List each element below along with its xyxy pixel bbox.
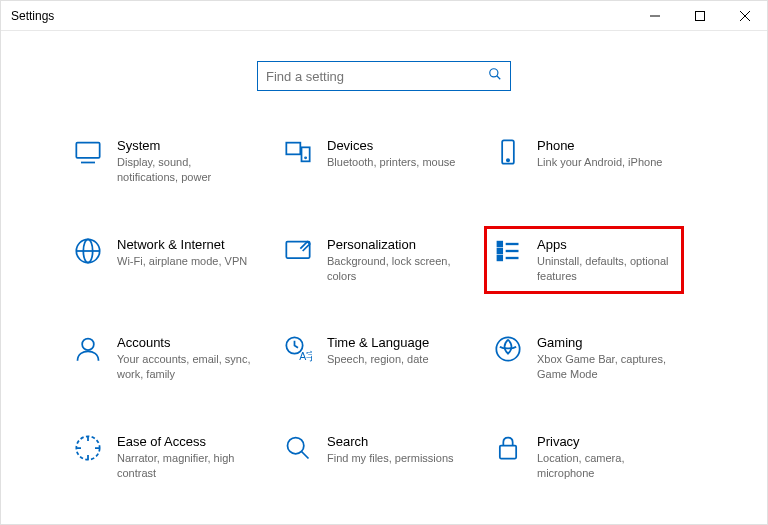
tile-title: Gaming <box>537 335 675 350</box>
window-title: Settings <box>11 9 54 23</box>
titlebar: Settings <box>1 1 767 31</box>
tile-title: Phone <box>537 138 662 153</box>
svg-rect-19 <box>498 248 503 253</box>
svg-rect-6 <box>76 143 99 158</box>
tile-desc: Wi-Fi, airplane mode, VPN <box>117 254 247 269</box>
svg-point-12 <box>507 159 509 161</box>
tile-title: Accounts <box>117 335 255 350</box>
gaming-icon <box>493 335 523 365</box>
settings-grid: SystemDisplay, sound, notifications, pow… <box>64 127 704 525</box>
system-icon <box>73 138 103 168</box>
search-icon <box>488 67 502 85</box>
svg-rect-30 <box>500 446 516 459</box>
tile-title: Privacy <box>537 434 675 449</box>
close-button[interactable] <box>722 1 767 31</box>
tile-desc: Speech, region, date <box>327 352 429 367</box>
tile-ease-of-access[interactable]: Ease of AccessNarrator, magnifier, high … <box>64 423 264 492</box>
paint-icon <box>283 237 313 267</box>
apps-icon <box>493 237 523 267</box>
tile-privacy[interactable]: PrivacyLocation, camera, microphone <box>484 423 684 492</box>
tile-title: Ease of Access <box>117 434 255 449</box>
svg-point-23 <box>82 339 94 351</box>
devices-icon <box>283 138 313 168</box>
person-icon <box>73 335 103 365</box>
time-language-icon: A字 <box>283 335 313 365</box>
svg-text:A字: A字 <box>299 350 312 362</box>
search-input[interactable] <box>266 69 488 84</box>
tile-phone[interactable]: PhoneLink your Android, iPhone <box>484 127 684 196</box>
minimize-button[interactable] <box>632 1 677 31</box>
content-area: SystemDisplay, sound, notifications, pow… <box>1 31 767 525</box>
tile-desc: Xbox Game Bar, captures, Game Mode <box>537 352 675 382</box>
accessibility-icon <box>73 434 103 464</box>
tile-personalization[interactable]: PersonalizationBackground, lock screen, … <box>274 226 474 295</box>
svg-point-10 <box>305 157 306 158</box>
tile-search[interactable]: SearchFind my files, permissions <box>274 423 474 492</box>
tile-desc: Narrator, magnifier, high contrast <box>117 451 255 481</box>
tile-desc: Location, camera, microphone <box>537 451 675 481</box>
tile-desc: Background, lock screen, colors <box>327 254 465 284</box>
tile-devices[interactable]: DevicesBluetooth, printers, mouse <box>274 127 474 196</box>
globe-icon <box>73 237 103 267</box>
svg-rect-8 <box>286 143 300 155</box>
window-controls <box>632 1 767 31</box>
tile-title: Devices <box>327 138 455 153</box>
tile-title: Search <box>327 434 454 449</box>
maximize-button[interactable] <box>677 1 722 31</box>
lock-icon <box>493 434 523 464</box>
svg-rect-1 <box>695 11 704 20</box>
svg-line-29 <box>302 452 309 459</box>
tile-apps[interactable]: AppsUninstall, defaults, optional featur… <box>484 226 684 295</box>
tile-gaming[interactable]: GamingXbox Game Bar, captures, Game Mode <box>484 324 684 393</box>
tile-time-language[interactable]: A字 Time & LanguageSpeech, region, date <box>274 324 474 393</box>
tile-accounts[interactable]: AccountsYour accounts, email, sync, work… <box>64 324 264 393</box>
tile-desc: Your accounts, email, sync, work, family <box>117 352 255 382</box>
tile-desc: Bluetooth, printers, mouse <box>327 155 455 170</box>
svg-line-5 <box>497 76 501 80</box>
tile-title: Personalization <box>327 237 465 252</box>
magnifier-icon <box>283 434 313 464</box>
svg-rect-16 <box>286 241 309 257</box>
phone-icon <box>493 138 523 168</box>
svg-rect-21 <box>498 255 503 260</box>
tile-title: Time & Language <box>327 335 429 350</box>
svg-point-4 <box>490 69 498 77</box>
tile-desc: Find my files, permissions <box>327 451 454 466</box>
tile-title: Network & Internet <box>117 237 247 252</box>
svg-point-28 <box>288 438 304 454</box>
tile-system[interactable]: SystemDisplay, sound, notifications, pow… <box>64 127 264 196</box>
tile-desc: Uninstall, defaults, optional features <box>537 254 675 284</box>
search-container <box>1 61 767 91</box>
tile-title: Apps <box>537 237 675 252</box>
tile-desc: Display, sound, notifications, power <box>117 155 255 185</box>
search-box[interactable] <box>257 61 511 91</box>
tile-desc: Link your Android, iPhone <box>537 155 662 170</box>
tile-network[interactable]: Network & InternetWi-Fi, airplane mode, … <box>64 226 264 295</box>
tile-title: System <box>117 138 255 153</box>
svg-rect-17 <box>498 241 503 246</box>
